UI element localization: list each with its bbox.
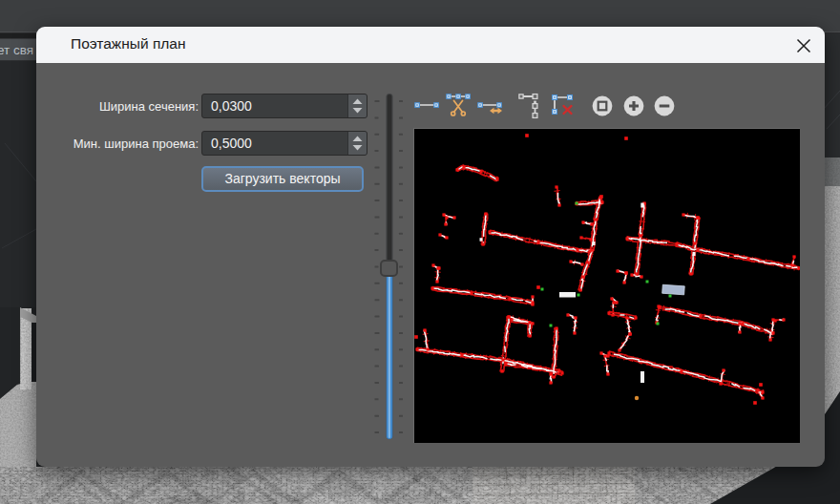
- svg-text:ет свя: ет свя: [0, 43, 33, 57]
